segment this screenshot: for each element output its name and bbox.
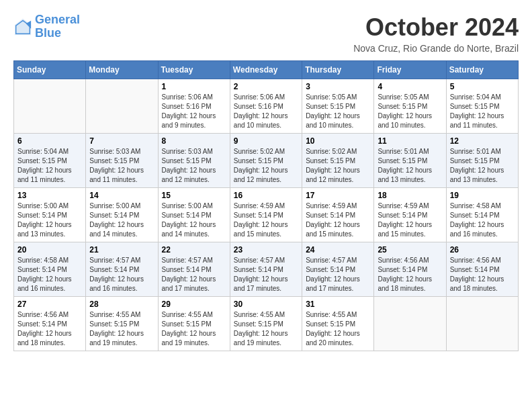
calendar-cell: 7Sunrise: 5:03 AMSunset: 5:15 PMDaylight…	[86, 134, 158, 188]
day-number: 16	[234, 191, 298, 200]
page-header: General Blue October 2024 Nova Cruz, Rio…	[13, 13, 519, 54]
calendar-cell: 5Sunrise: 5:04 AMSunset: 5:15 PMDaylight…	[446, 79, 518, 134]
day-info: Sunrise: 5:05 AMSunset: 5:15 PMDaylight:…	[378, 93, 442, 130]
day-info: Sunrise: 4:57 AMSunset: 5:14 PMDaylight:…	[306, 256, 370, 293]
weekday-header: Sunday	[14, 61, 86, 79]
day-info: Sunrise: 5:00 AMSunset: 5:14 PMDaylight:…	[17, 201, 82, 239]
calendar-cell: 18Sunrise: 4:59 AMSunset: 5:14 PMDayligh…	[374, 188, 446, 242]
calendar-cell: 4Sunrise: 5:05 AMSunset: 5:15 PMDaylight…	[374, 79, 446, 134]
day-number: 3	[306, 82, 370, 91]
weekday-header: Monday	[86, 61, 158, 79]
title-block: October 2024 Nova Cruz, Rio Grande do No…	[353, 13, 519, 54]
calendar-cell: 2Sunrise: 5:06 AMSunset: 5:16 PMDaylight…	[230, 79, 302, 134]
day-info: Sunrise: 5:02 AMSunset: 5:15 PMDaylight:…	[306, 147, 370, 185]
day-number: 15	[162, 191, 226, 200]
logo-icon	[13, 17, 32, 36]
weekday-header: Friday	[374, 61, 446, 79]
calendar-cell: 20Sunrise: 4:58 AMSunset: 5:14 PMDayligh…	[14, 242, 86, 297]
day-number: 4	[378, 82, 442, 91]
calendar-cell: 17Sunrise: 4:59 AMSunset: 5:14 PMDayligh…	[302, 188, 374, 242]
day-info: Sunrise: 4:57 AMSunset: 5:14 PMDaylight:…	[89, 256, 154, 293]
month-title: October 2024	[353, 13, 519, 42]
location: Nova Cruz, Rio Grande do Norte, Brazil	[353, 43, 519, 54]
day-info: Sunrise: 5:02 AMSunset: 5:15 PMDaylight:…	[234, 147, 298, 185]
calendar-cell: 11Sunrise: 5:01 AMSunset: 5:15 PMDayligh…	[374, 134, 446, 188]
calendar-cell: 27Sunrise: 4:56 AMSunset: 5:14 PMDayligh…	[14, 297, 86, 351]
calendar-cell: 21Sunrise: 4:57 AMSunset: 5:14 PMDayligh…	[86, 242, 158, 297]
day-info: Sunrise: 5:06 AMSunset: 5:16 PMDaylight:…	[162, 93, 226, 130]
day-number: 31	[306, 300, 370, 309]
calendar-cell: 26Sunrise: 4:56 AMSunset: 5:14 PMDayligh…	[446, 242, 518, 297]
day-info: Sunrise: 5:00 AMSunset: 5:14 PMDaylight:…	[162, 201, 226, 239]
day-info: Sunrise: 4:57 AMSunset: 5:14 PMDaylight:…	[234, 256, 298, 293]
logo-blue: Blue	[35, 26, 61, 40]
day-info: Sunrise: 4:56 AMSunset: 5:14 PMDaylight:…	[450, 256, 515, 293]
calendar-week-row: 1Sunrise: 5:06 AMSunset: 5:16 PMDaylight…	[14, 79, 519, 134]
day-info: Sunrise: 4:55 AMSunset: 5:15 PMDaylight:…	[162, 310, 226, 348]
calendar-cell: 13Sunrise: 5:00 AMSunset: 5:14 PMDayligh…	[14, 188, 86, 242]
calendar-cell: 10Sunrise: 5:02 AMSunset: 5:15 PMDayligh…	[302, 134, 374, 188]
day-info: Sunrise: 4:55 AMSunset: 5:15 PMDaylight:…	[89, 310, 154, 348]
calendar-cell	[446, 297, 518, 351]
calendar-cell: 6Sunrise: 5:04 AMSunset: 5:15 PMDaylight…	[14, 134, 86, 188]
calendar-cell: 28Sunrise: 4:55 AMSunset: 5:15 PMDayligh…	[86, 297, 158, 351]
day-info: Sunrise: 5:04 AMSunset: 5:15 PMDaylight:…	[450, 93, 515, 130]
calendar-cell: 15Sunrise: 5:00 AMSunset: 5:14 PMDayligh…	[158, 188, 230, 242]
calendar-cell: 14Sunrise: 5:00 AMSunset: 5:14 PMDayligh…	[86, 188, 158, 242]
day-info: Sunrise: 5:03 AMSunset: 5:15 PMDaylight:…	[89, 147, 154, 185]
calendar-week-row: 6Sunrise: 5:04 AMSunset: 5:15 PMDaylight…	[14, 134, 519, 188]
day-info: Sunrise: 5:03 AMSunset: 5:15 PMDaylight:…	[162, 147, 226, 185]
day-info: Sunrise: 5:05 AMSunset: 5:15 PMDaylight:…	[306, 93, 370, 130]
day-number: 22	[162, 245, 226, 255]
day-number: 10	[306, 136, 370, 146]
logo-text: General Blue	[35, 13, 80, 40]
day-info: Sunrise: 4:55 AMSunset: 5:15 PMDaylight:…	[306, 310, 370, 348]
calendar-cell: 19Sunrise: 4:58 AMSunset: 5:14 PMDayligh…	[446, 188, 518, 242]
day-info: Sunrise: 4:59 AMSunset: 5:14 PMDaylight:…	[378, 201, 442, 239]
day-number: 6	[17, 136, 82, 146]
weekday-header: Thursday	[302, 61, 374, 79]
day-info: Sunrise: 5:01 AMSunset: 5:15 PMDaylight:…	[450, 147, 515, 185]
day-number: 17	[306, 191, 370, 200]
day-info: Sunrise: 4:58 AMSunset: 5:14 PMDaylight:…	[450, 201, 515, 239]
day-info: Sunrise: 4:57 AMSunset: 5:14 PMDaylight:…	[162, 256, 226, 293]
weekday-header: Saturday	[446, 61, 518, 79]
calendar-week-row: 20Sunrise: 4:58 AMSunset: 5:14 PMDayligh…	[14, 242, 519, 297]
calendar-cell: 8Sunrise: 5:03 AMSunset: 5:15 PMDaylight…	[158, 134, 230, 188]
day-number: 23	[234, 245, 298, 255]
calendar-cell: 31Sunrise: 4:55 AMSunset: 5:15 PMDayligh…	[302, 297, 374, 351]
calendar-cell: 24Sunrise: 4:57 AMSunset: 5:14 PMDayligh…	[302, 242, 374, 297]
calendar-cell: 30Sunrise: 4:55 AMSunset: 5:15 PMDayligh…	[230, 297, 302, 351]
day-number: 25	[378, 245, 442, 255]
calendar-week-row: 13Sunrise: 5:00 AMSunset: 5:14 PMDayligh…	[14, 188, 519, 242]
day-number: 8	[162, 136, 226, 146]
calendar-week-row: 27Sunrise: 4:56 AMSunset: 5:14 PMDayligh…	[14, 297, 519, 351]
day-number: 1	[162, 82, 226, 91]
day-number: 13	[17, 191, 82, 200]
day-info: Sunrise: 5:00 AMSunset: 5:14 PMDaylight:…	[89, 201, 154, 239]
calendar-cell: 3Sunrise: 5:05 AMSunset: 5:15 PMDaylight…	[302, 79, 374, 134]
day-info: Sunrise: 4:59 AMSunset: 5:14 PMDaylight:…	[234, 201, 298, 239]
day-number: 18	[378, 191, 442, 200]
day-number: 9	[234, 136, 298, 146]
calendar-cell: 22Sunrise: 4:57 AMSunset: 5:14 PMDayligh…	[158, 242, 230, 297]
day-number: 24	[306, 245, 370, 255]
day-number: 29	[162, 300, 226, 309]
day-number: 5	[450, 82, 515, 91]
day-number: 26	[450, 245, 515, 255]
calendar-cell: 23Sunrise: 4:57 AMSunset: 5:14 PMDayligh…	[230, 242, 302, 297]
weekday-header: Wednesday	[230, 61, 302, 79]
weekday-header: Tuesday	[158, 61, 230, 79]
calendar-cell: 29Sunrise: 4:55 AMSunset: 5:15 PMDayligh…	[158, 297, 230, 351]
day-info: Sunrise: 4:56 AMSunset: 5:14 PMDaylight:…	[378, 256, 442, 293]
day-number: 2	[234, 82, 298, 91]
day-number: 12	[450, 136, 515, 146]
day-info: Sunrise: 4:55 AMSunset: 5:15 PMDaylight:…	[234, 310, 298, 348]
calendar-header-row: SundayMondayTuesdayWednesdayThursdayFrid…	[14, 61, 519, 79]
day-number: 20	[17, 245, 82, 255]
calendar-cell	[374, 297, 446, 351]
day-number: 21	[89, 245, 154, 255]
day-info: Sunrise: 5:04 AMSunset: 5:15 PMDaylight:…	[17, 147, 82, 185]
calendar-cell: 1Sunrise: 5:06 AMSunset: 5:16 PMDaylight…	[158, 79, 230, 134]
day-number: 27	[17, 300, 82, 309]
